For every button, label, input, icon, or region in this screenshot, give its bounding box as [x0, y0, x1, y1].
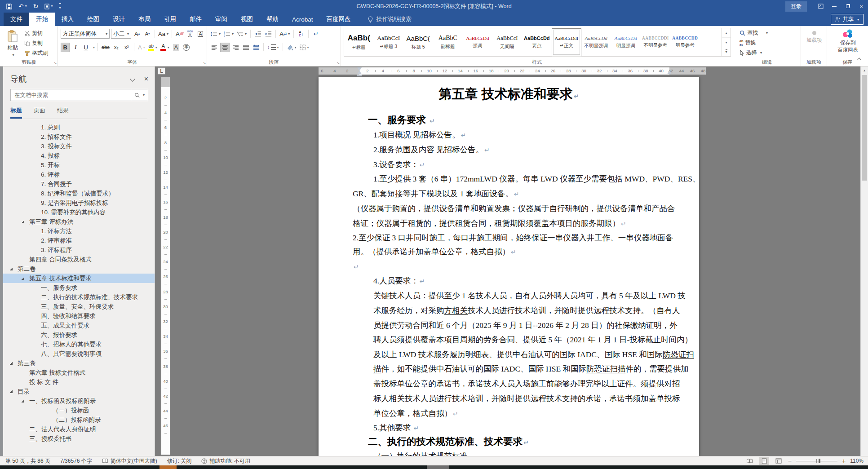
search-input[interactable] [11, 92, 131, 98]
line-spacing-button[interactable]: ↕▾ [266, 43, 280, 52]
nav-heading-item[interactable]: 六、报价要求 [3, 330, 155, 340]
document-page[interactable]: 第五章 技术标准和要求↵一、服务要求 ↵1.项目概况 见招标公告。↵2.服务范围… [319, 77, 699, 456]
nav-heading-item[interactable]: 八、其它需要说明事项 [3, 349, 155, 358]
tab-开始[interactable]: 开始 [29, 13, 55, 26]
styles-gallery-more-button[interactable]: ▾ [722, 47, 731, 56]
decrease-indent-button[interactable] [253, 29, 262, 39]
increase-indent-button[interactable] [264, 29, 273, 39]
select-button[interactable]: 选择 ▾ [740, 49, 799, 57]
justify-button[interactable] [241, 43, 250, 52]
vertical-scrollbar[interactable]: ▴ [860, 66, 868, 456]
expand-arrow-icon[interactable] [9, 390, 13, 393]
superscript-button[interactable]: x² [122, 43, 131, 52]
nav-tab-页面[interactable]: 页面 [34, 106, 45, 119]
style-item-10[interactable]: AaBbCcDd明显强调 [611, 28, 641, 56]
style-item-6[interactable]: AaBbCcI无间隔 [492, 28, 522, 56]
style-item-5[interactable]: AaBbCcDd强调 [463, 28, 492, 56]
nav-heading-item[interactable]: 第五章 技术标准和要求 [3, 274, 155, 283]
nav-heading-item[interactable]: （二）投标函附录 [3, 415, 155, 425]
tab-插入[interactable]: 插入 [55, 13, 80, 26]
right-indent-marker[interactable] [667, 71, 672, 74]
borders-button[interactable]: ▾ [299, 43, 310, 52]
tab-引用[interactable]: 引用 [157, 13, 183, 26]
nav-heading-item[interactable]: 四、验收和结算要求 [3, 311, 155, 321]
proofing-status[interactable]: 简体中文(中国大陆) [102, 457, 157, 465]
paste-dropdown-icon[interactable]: ▾ [12, 53, 14, 57]
enclose-characters-button[interactable]: 字 [182, 43, 191, 52]
redo-button[interactable]: ↻ [33, 3, 39, 9]
nav-heading-item[interactable]: 6. 评标 [3, 170, 155, 179]
find-button[interactable]: 查找 ▾ [740, 29, 799, 37]
align-left-button[interactable] [210, 43, 219, 52]
tab-selector[interactable]: L [158, 67, 165, 75]
zoom-in-button[interactable]: + [842, 458, 846, 464]
style-item-4[interactable]: AaBbC副标题 [433, 28, 463, 56]
nav-heading-item[interactable]: 7. 合同授予 [3, 179, 155, 189]
underline-button[interactable]: U [81, 43, 90, 52]
tab-帮助[interactable]: 帮助 [260, 13, 285, 26]
scrollbar-thumb[interactable] [862, 75, 867, 181]
multilevel-list-button[interactable]: ▾ [236, 29, 248, 39]
left-indent-marker[interactable] [357, 75, 362, 76]
addins-button[interactable]: 加载项 [804, 30, 824, 43]
clear-formatting-button[interactable]: A [175, 29, 184, 39]
style-item-12[interactable]: AABBCCDD明显参考 [670, 28, 700, 56]
share-button[interactable]: 共享 ▾ [831, 14, 864, 25]
styles-scroll-down-button[interactable]: ▾ [722, 38, 731, 47]
font-size-select[interactable]: 小二▾ [111, 29, 131, 39]
cut-button[interactable]: 剪切 [24, 30, 48, 37]
zoom-slider[interactable] [796, 458, 837, 464]
nav-heading-item[interactable]: 8. 纪律和监督（诚信要求） [3, 189, 155, 198]
nav-heading-item[interactable]: 1. 总则 [3, 123, 155, 132]
distribute-button[interactable] [252, 43, 261, 52]
nav-tab-标题[interactable]: 标题 [10, 106, 22, 119]
style-item-2[interactable]: AaBbCcI↵标题 3 [374, 28, 403, 56]
touch-mode-button[interactable]: ▾ [44, 4, 53, 9]
style-item-1[interactable]: AaBb(↵标题 [344, 28, 374, 56]
tab-设计[interactable]: 设计 [106, 13, 132, 26]
show-marks-button[interactable]: ↵ [311, 29, 320, 39]
hanging-indent-marker[interactable] [357, 71, 362, 74]
nav-heading-item[interactable]: （一）投标函 [3, 406, 155, 415]
login-button[interactable]: 登录 [785, 1, 807, 12]
tell-me-search[interactable]: 操作说明搜索 [368, 13, 412, 26]
ribbon-display-options-button[interactable] [814, 0, 828, 13]
styles-scroll-up-button[interactable]: ▴ [722, 28, 731, 38]
horizontal-ruler[interactable]: 6422468101214161820222426283032343638404… [319, 67, 706, 75]
expand-arrow-icon[interactable] [21, 277, 24, 280]
nav-heading-item[interactable]: 第三章 评标办法 [3, 217, 155, 226]
highlight-color-button[interactable]: ab▾ [147, 43, 158, 52]
expand-arrow-icon[interactable] [9, 267, 13, 270]
expand-arrow-icon[interactable] [21, 399, 24, 403]
nav-heading-item[interactable]: 3. 评标程序 [3, 245, 155, 255]
nav-heading-item[interactable]: 二、法人代表人身份证明 [3, 425, 155, 434]
nav-heading-item[interactable]: 第三卷 [3, 358, 155, 368]
zoom-percentage[interactable]: 110% [850, 458, 864, 464]
character-shading-button[interactable]: A [172, 43, 181, 52]
save-icon[interactable] [6, 4, 12, 9]
nav-heading-item[interactable]: 目录 [3, 387, 155, 396]
nav-heading-item[interactable]: 投 标 文 件 [3, 377, 155, 387]
style-item-9[interactable]: AaBbCcDd不明显强调 [581, 28, 611, 56]
shading-button[interactable]: ▾ [286, 43, 297, 52]
nav-heading-item[interactable]: 第二卷 [3, 264, 155, 274]
underline-dropdown-icon[interactable]: ▾ [93, 45, 95, 49]
tab-百度网盘[interactable]: 百度网盘 [320, 13, 358, 26]
tab-审阅[interactable]: 审阅 [208, 13, 234, 26]
save-to-netdisk-button[interactable]: 保存到 百度网盘 [837, 29, 858, 53]
tab-邮件[interactable]: 邮件 [183, 13, 208, 26]
clipboard-dialog-launcher[interactable]: ↘ [53, 61, 57, 65]
nav-heading-item[interactable]: 2. 招标文件 [3, 132, 155, 142]
page-indicator[interactable]: 第 50 页，共 86 页 [5, 457, 50, 465]
restore-button[interactable] [841, 0, 855, 13]
scrollbar-up-arrow[interactable]: ▴ [861, 66, 868, 74]
align-center-button[interactable] [220, 43, 230, 52]
minimize-button[interactable] [828, 0, 841, 13]
expand-arrow-icon[interactable] [21, 220, 24, 223]
font-name-select[interactable]: 方正黑体简体▾ [61, 29, 110, 39]
style-item-8[interactable]: AaBbCcDdI↵正文 [552, 28, 581, 56]
subscript-button[interactable]: x₂ [112, 43, 121, 52]
nav-heading-item[interactable]: 三、质量、安全、环保要求 [3, 302, 155, 311]
tab-视图[interactable]: 视图 [234, 13, 260, 26]
nav-heading-item[interactable]: 4. 投标 [3, 151, 155, 160]
